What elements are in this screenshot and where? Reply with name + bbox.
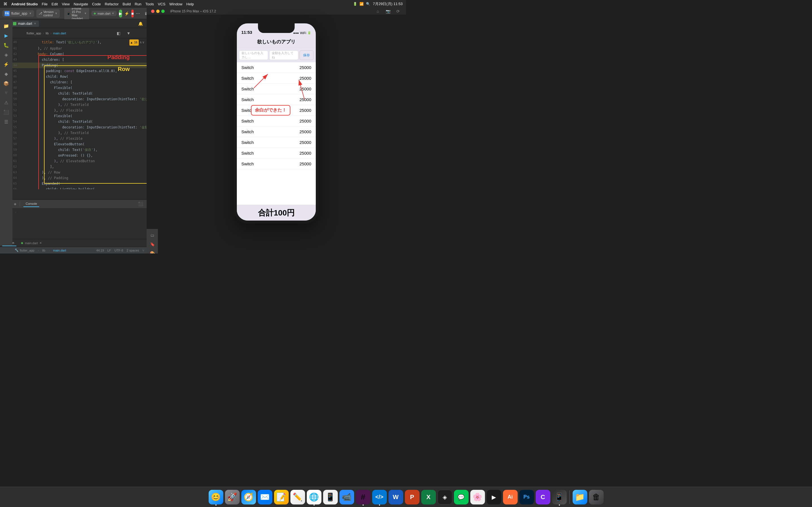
list-item-9: Switch 25000 <box>237 148 316 159</box>
view-menu[interactable]: View <box>62 2 70 6</box>
ide-section: FA flutter_app ▼ ⎇ Version control ▼ 📱 i… <box>0 8 147 253</box>
item-name-6: Switch <box>241 119 299 123</box>
main-dart-tab[interactable]: main.dart ✕ <box>10 20 39 27</box>
search-icon[interactable]: 🔍 <box>366 2 370 6</box>
warning-collapse-icon[interactable]: ∨ <box>142 40 144 45</box>
project-selector[interactable]: FA flutter_app ▼ <box>2 10 34 17</box>
breadcrumb-file[interactable]: main.dart <box>53 32 66 35</box>
iphone-app-content: 欲しいものアプリ 欲しいものを入力し… 金額を入力してね 保存 <box>237 36 316 221</box>
refactor-menu[interactable]: Refactor <box>105 2 119 6</box>
code-line-63: 63 ), // Row <box>12 170 147 175</box>
stop-button[interactable]: ■ <box>132 10 134 17</box>
device-selector[interactable]: 📱 iPhone 15 Pro Max (mobile) ▼ <box>64 6 89 21</box>
run-sidebar-icon[interactable]: ▶ <box>2 31 11 40</box>
problems-icon[interactable]: ⚠ <box>2 98 11 107</box>
run-button[interactable]: ▶ <box>119 10 122 17</box>
expand-icon[interactable]: ▼ <box>124 29 133 37</box>
bottom-panel: ⚡ ↺ ◈ Console ⬛ › <box>0 200 147 239</box>
item-name-1: Switch <box>241 65 299 70</box>
item-price-3: 25000 <box>299 87 311 91</box>
profiling-button[interactable]: ⚡ <box>124 10 129 17</box>
minimize-button[interactable] <box>156 10 160 13</box>
dart-analysis-icon[interactable]: ◆ <box>2 69 11 78</box>
item-name-4: Switch <box>241 97 299 102</box>
navigate-menu[interactable]: Navigate <box>73 2 88 6</box>
code-line-40: 40 title: Text('欲しいものアプリ'), ▲ 16 ∧ ∨ <box>12 40 147 46</box>
menu-bar-right: 🔋 📶 🔍 7月29日(月) 11:53 <box>353 1 403 6</box>
tools-menu[interactable]: Tools <box>146 2 154 6</box>
flutter-perf-icon[interactable]: ⚡ <box>2 60 11 69</box>
breadcrumb-project[interactable]: flutter_app <box>27 32 41 35</box>
breadcrumb-lib[interactable]: lib <box>46 32 49 35</box>
bookmark-icon[interactable]: 🔖 <box>148 240 156 248</box>
file-menu[interactable]: File <box>42 2 48 6</box>
menu-bar-left: ⌘ Android Studio File Edit View Navigate… <box>3 2 194 6</box>
close-button[interactable] <box>151 10 154 13</box>
more-button[interactable]: ⋯ <box>136 10 140 17</box>
code-line-42: 42 body: Column( <box>12 51 147 57</box>
price-input-field[interactable]: 金額を入力してね <box>269 50 298 60</box>
screenshot-phone-icon[interactable]: 📷 <box>385 8 391 15</box>
structure-icon[interactable]: 🗂 <box>148 231 156 239</box>
fullscreen-button[interactable] <box>161 10 165 13</box>
warning-expand-icon[interactable]: ∧ <box>140 40 142 45</box>
item-price-9: 25000 <box>299 151 311 156</box>
rotate-icon[interactable]: ⟳ <box>395 8 402 15</box>
cursor-position: 44:19 <box>96 249 104 252</box>
close-bottom-tab-icon[interactable]: ✕ <box>40 241 42 244</box>
maximize-console-icon[interactable]: ⬛ <box>137 200 144 208</box>
app-name-menu[interactable]: Android Studio <box>11 2 38 6</box>
code-line-56: 56 ), // TextField <box>12 130 147 136</box>
traffic-lights <box>151 10 165 13</box>
run-menu[interactable]: Run <box>135 2 142 6</box>
code-line-66: 66 child: ListView.builder( <box>12 186 147 189</box>
main-dart-bottom-label: main.dart <box>25 241 38 245</box>
save-button[interactable]: 保存 <box>299 50 313 60</box>
flutter-outline-icon[interactable]: ◈ <box>2 50 11 59</box>
console-tab[interactable]: Console <box>23 201 39 207</box>
git-icon[interactable]: ⑂ <box>2 89 11 98</box>
main-dart-bottom-tab[interactable]: ◆ main.dart ✕ <box>18 240 44 246</box>
code-line-62: 62 ], <box>12 164 147 170</box>
right-panel: 🗂 🔖 🎨 ⚡ ◈ ◆ <box>147 229 158 253</box>
edit-menu[interactable]: Edit <box>52 2 58 6</box>
project-tree-icon[interactable]: 📁 <box>2 21 11 31</box>
code-line-48: 48 Flexible( <box>12 85 147 91</box>
code-line-44: 44 Padding( <box>12 62 147 68</box>
window-menu[interactable]: Window <box>169 2 183 6</box>
close-icon[interactable]: ✕ <box>34 22 36 25</box>
debug-icon[interactable]: 🐛 <box>2 41 11 50</box>
warning-badge: ▲ 16 <box>130 40 139 46</box>
home-icon[interactable]: ⌂ <box>374 8 381 15</box>
collapse-icon[interactable]: ◧ <box>114 29 122 37</box>
paintbrush-icon[interactable]: 🎨 <box>148 249 156 253</box>
encoding: UTF-8 <box>114 249 123 252</box>
build-menu[interactable]: Build <box>123 2 131 6</box>
phone-section: iPhone 15 Pro Max – iOS 17.2 ⌂ 📷 ⟳ 11:53… <box>147 8 406 253</box>
vcs-selector[interactable]: ⎇ Version control ▼ <box>36 9 60 18</box>
device-label: iPhone 15 Pro Max (mobile) <box>71 7 83 20</box>
vcs-label: Version control <box>43 10 54 17</box>
code-menu[interactable]: Code <box>92 2 101 6</box>
notifications-button[interactable]: 🔔 <box>137 20 144 27</box>
packages-icon[interactable]: 📦 <box>2 79 11 88</box>
lib-status: lib <box>42 249 45 252</box>
apple-menu[interactable]: ⌘ <box>3 2 7 6</box>
flutter-icon[interactable]: ◈ <box>14 202 16 206</box>
code-line-60: 60 onPressed: () {}, <box>12 153 147 158</box>
mac-menu-bar: ⌘ Android Studio File Edit View Navigate… <box>0 0 406 8</box>
help-menu[interactable]: Help <box>186 2 194 6</box>
vcs-menu[interactable]: VCS <box>158 2 165 6</box>
line-ending: LF <box>107 249 111 252</box>
console-prompt: › <box>15 210 144 214</box>
item-price-6: 25000 <box>299 119 311 123</box>
phone-nav-icons: ⌂ 📷 ⟳ <box>374 8 402 15</box>
console-caret: › <box>15 210 17 214</box>
item-input-field[interactable]: 欲しいものを入力し… <box>239 50 268 60</box>
project-status-icon: 🔧 <box>15 248 18 252</box>
app-input-row: 欲しいものを入力し… 金額を入力してね 保存 <box>237 48 316 62</box>
services-icon[interactable]: ☰ <box>2 117 11 126</box>
file-selector[interactable]: ◆ main.dart ▼ <box>91 11 117 16</box>
terminal-icon[interactable]: ⬛ <box>2 108 11 117</box>
code-editor: flutter_app › lib › main.dart ◧ ▼ 40 tit… <box>0 28 147 200</box>
